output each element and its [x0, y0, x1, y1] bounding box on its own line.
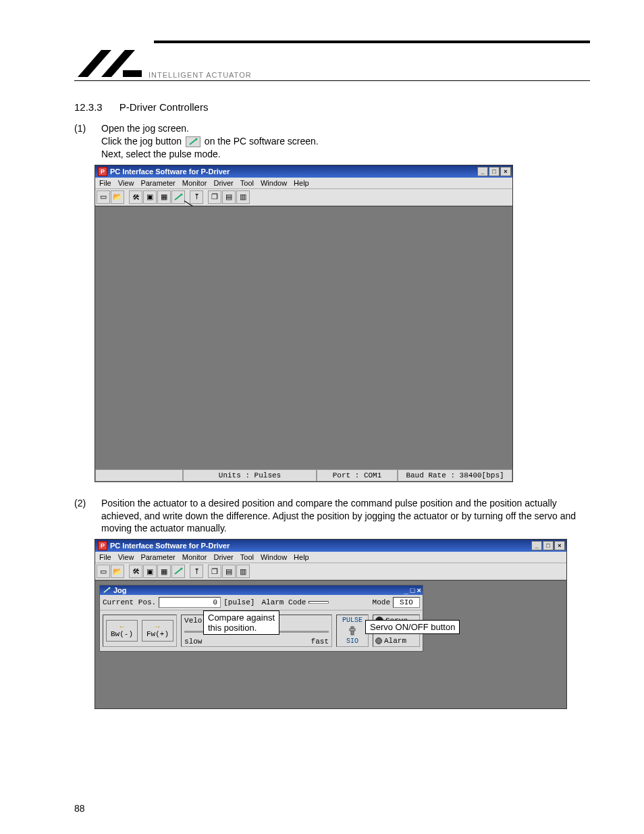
tool-param-icon[interactable]: 🛠 — [129, 190, 142, 204]
menu-tool[interactable]: Tool — [240, 553, 254, 561]
page-number: 88 — [74, 803, 85, 814]
tool-cascade-icon[interactable]: ❐ — [208, 565, 221, 578]
section-heading: 12.3.3 P-Driver Controllers — [74, 101, 590, 113]
menu-driver[interactable]: Driver — [213, 179, 233, 187]
tool-param-icon[interactable]: 🛠 — [129, 565, 142, 578]
jog-status-row: Current Pos. 0 [pulse] Alarm Code Mode S… — [100, 595, 423, 610]
menu-file[interactable]: File — [99, 179, 111, 187]
current-pos-field[interactable]: 0 — [159, 597, 221, 608]
client-area-1 — [95, 206, 512, 469]
maximize-button[interactable]: □ — [543, 541, 554, 550]
toolbar-1: ▭ 📂 🛠 ▣ ▦ ⤒ ❐ ▤ ▥ Jog button — [95, 189, 512, 206]
tool-monitor-icon[interactable]: ▣ — [143, 190, 157, 204]
jog-icon-inline — [186, 136, 200, 147]
menu-file[interactable]: File — [99, 553, 111, 561]
step-2: (2) Position the actuator to a desired p… — [74, 497, 590, 536]
menubar-1: File View Parameter Monitor Driver Tool … — [95, 178, 512, 189]
alarm-lamp-icon — [375, 637, 382, 644]
close-button[interactable]: × — [554, 541, 565, 550]
tool-jog-icon[interactable] — [171, 190, 185, 204]
jog-bw-button[interactable]: ← Bw(-) — [106, 620, 138, 642]
menu-parameter[interactable]: Parameter — [140, 553, 175, 561]
jog-fw-label: Fw(+) — [146, 631, 169, 638]
jog-fw-button[interactable]: → Fw(+) — [142, 620, 173, 642]
status-baud: Baud Rate : 38400[bps] — [398, 469, 512, 481]
step-1-line-2: Click the jog button on the PC software … — [101, 135, 590, 148]
velo-label: Velo — [184, 617, 202, 625]
jog-direction-group: ← Bw(-) → Fw(+) — [103, 615, 177, 647]
toggle-switch-icon — [346, 626, 359, 635]
menu-view[interactable]: View — [118, 179, 134, 187]
svg-point-3 — [195, 138, 197, 140]
tool-upload-icon[interactable]: ⤒ — [190, 565, 203, 578]
svg-point-5 — [181, 568, 183, 570]
alarm-code-label: Alarm Code — [261, 598, 306, 606]
pulse-unit-label: [pulse] — [223, 598, 254, 606]
tool-jog-icon[interactable] — [171, 565, 185, 578]
app-window-2: P PC Interface Software for P-Driver _ □… — [95, 539, 567, 709]
velo-slow-label: slow — [184, 637, 202, 646]
tool-grid-icon[interactable]: ▦ — [157, 565, 171, 578]
app-window-1: P PC Interface Software for P-Driver _ □… — [95, 165, 513, 482]
toolbar-2: ▭ 📂 🛠 ▣ ▦ ⤒ ❐ ▤ ▥ — [95, 563, 566, 580]
logo-icon — [74, 47, 149, 80]
mode-field[interactable]: SIO — [393, 597, 420, 608]
maximize-button[interactable]: □ — [489, 167, 500, 176]
jog-title-icon — [103, 587, 111, 594]
jog-close-button[interactable]: × — [417, 586, 421, 594]
jog-bw-label: Bw(-) — [111, 631, 133, 638]
titlebar-1: P PC Interface Software for P-Driver _ □… — [95, 165, 512, 178]
callout-servo-onoff: Servo ON/OFF button — [365, 620, 460, 634]
menu-view[interactable]: View — [118, 553, 134, 561]
menu-window[interactable]: Window — [261, 553, 287, 561]
menu-parameter[interactable]: Parameter — [140, 179, 175, 187]
brand-logo — [74, 47, 149, 80]
mode-label: Mode — [373, 598, 390, 606]
tool-open-icon[interactable]: 📂 — [111, 565, 124, 578]
page-header: INTELLIGENT ACTUATOR — [74, 41, 590, 81]
menu-window[interactable]: Window — [261, 179, 287, 187]
jog-titlebar: Jog _ □ × — [100, 585, 423, 595]
current-pos-label: Current Pos. — [103, 598, 156, 606]
header-rule — [154, 41, 590, 43]
tool-new-icon[interactable]: ▭ — [97, 190, 110, 204]
tool-tile-v-icon[interactable]: ▥ — [236, 190, 250, 204]
svg-rect-8 — [350, 629, 355, 631]
menu-help[interactable]: Help — [294, 179, 309, 187]
step-2-num: (2) — [74, 497, 101, 536]
step-1-line-1: Open the jog screen. — [101, 122, 590, 135]
tool-grid-icon[interactable]: ▦ — [157, 190, 171, 204]
menu-monitor[interactable]: Monitor — [182, 179, 207, 187]
tool-cascade-icon[interactable]: ❐ — [208, 190, 221, 204]
menu-tool[interactable]: Tool — [240, 179, 254, 187]
minimize-button[interactable]: _ — [531, 541, 542, 550]
alarm-code-field[interactable] — [308, 601, 329, 604]
menu-driver[interactable]: Driver — [213, 553, 233, 561]
titlebar-2: P PC Interface Software for P-Driver _ □… — [95, 540, 566, 552]
tool-new-icon[interactable]: ▭ — [97, 565, 110, 578]
alarm-indicator: Alarm — [375, 637, 417, 645]
jog-minimize-button[interactable]: _ — [404, 586, 408, 594]
menubar-2: File View Parameter Monitor Driver Tool … — [95, 552, 566, 563]
section-title-text: P-Driver Controllers — [119, 101, 209, 113]
tool-tile-h-icon[interactable]: ▤ — [222, 190, 236, 204]
tool-open-icon[interactable]: 📂 — [111, 190, 124, 204]
pulse-label: PULSE — [342, 617, 363, 624]
brand-text: INTELLIGENT ACTUATOR — [149, 71, 252, 79]
menu-help[interactable]: Help — [294, 553, 309, 561]
tool-tile-v-icon[interactable]: ▥ — [236, 565, 250, 578]
step-1-num: (1) — [74, 122, 101, 161]
tool-tile-h-icon[interactable]: ▤ — [222, 565, 236, 578]
minimize-button[interactable]: _ — [477, 167, 488, 176]
pulse-sio-switch[interactable]: PULSE SIO — [336, 615, 369, 647]
window-title-2: PC Interface Software for P-Driver — [110, 542, 230, 550]
jog-maximize-button[interactable]: □ — [410, 586, 415, 594]
close-button[interactable]: × — [500, 167, 511, 176]
step-2-text: Position the actuator to a desired posit… — [101, 497, 590, 536]
tool-monitor-icon[interactable]: ▣ — [143, 565, 157, 578]
menu-monitor[interactable]: Monitor — [182, 553, 207, 561]
tool-upload-icon[interactable]: ⤒ — [190, 190, 203, 204]
sio-label: SIO — [346, 637, 358, 645]
svg-point-6 — [109, 588, 111, 590]
step-1-line-3: Next, select the pulse mode. — [101, 148, 590, 161]
